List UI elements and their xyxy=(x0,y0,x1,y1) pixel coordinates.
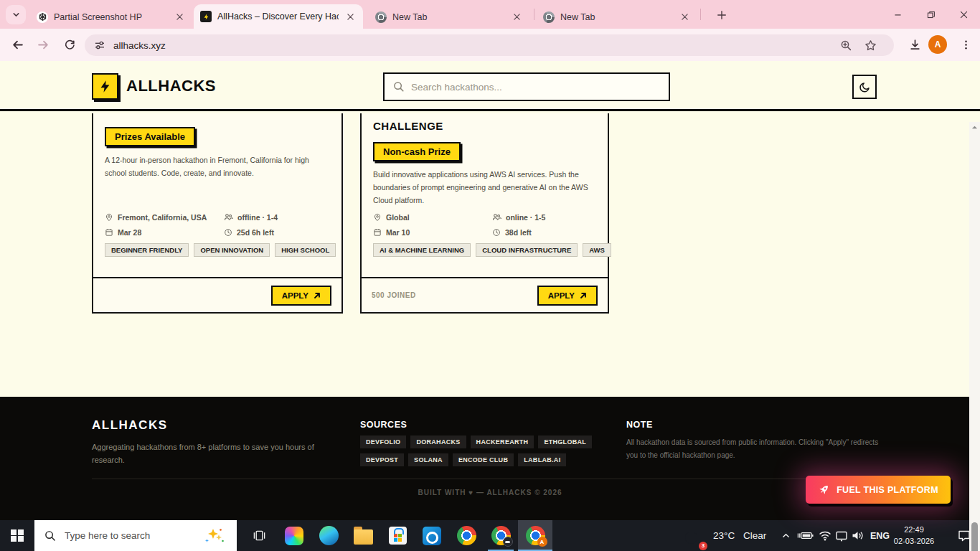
download-icon[interactable] xyxy=(905,34,925,55)
tab-new-tab-2[interactable]: New Tab xyxy=(537,5,697,29)
taskbar-file-explorer[interactable] xyxy=(346,520,380,551)
close-icon[interactable] xyxy=(344,11,357,23)
time-left-item: 38d left xyxy=(492,228,600,237)
tab-separator xyxy=(534,9,534,20)
chrome-icon xyxy=(491,526,511,545)
chrome-icon: A xyxy=(526,526,545,545)
close-icon[interactable] xyxy=(174,11,186,23)
site-brand: ALLHACKS xyxy=(126,77,216,95)
time-left-text: 25d 6h left xyxy=(237,228,274,237)
taskbar-chrome[interactable] xyxy=(449,520,484,551)
tab-new-tab-1[interactable]: New Tab xyxy=(369,5,529,29)
weather-temp[interactable]: 23°C xyxy=(713,520,735,551)
cast-monitor-icon[interactable] xyxy=(835,520,848,551)
apply-button[interactable]: APPLY xyxy=(537,286,598,306)
source-badge: DORAHACKS xyxy=(410,435,466,448)
tab-search-button[interactable] xyxy=(6,5,26,24)
apply-button[interactable]: APPLY xyxy=(271,286,331,306)
prize-badge: Prizes Available xyxy=(105,127,195,146)
moon-icon xyxy=(859,81,871,93)
search-input[interactable] xyxy=(411,82,660,93)
url-text: allhacks.xyz xyxy=(113,40,166,51)
tab-title: AllHacks – Discover Every Hack xyxy=(217,11,339,22)
date-item: Mar 10 xyxy=(373,228,492,237)
time-left-text: 38d left xyxy=(505,228,532,237)
temp-text: 23°C xyxy=(713,530,735,541)
allhacks-logo[interactable] xyxy=(92,73,118,100)
users-icon xyxy=(492,212,501,222)
outlook-icon xyxy=(423,527,441,545)
start-button[interactable] xyxy=(0,520,34,551)
site-info-icon[interactable] xyxy=(94,39,105,51)
rocket-icon xyxy=(818,484,830,496)
zoom-icon[interactable] xyxy=(840,39,852,52)
location-pin-icon xyxy=(105,213,113,222)
source-badge: ENCODE CLUB xyxy=(453,453,514,466)
bookmark-star-icon[interactable] xyxy=(864,39,877,52)
card-title: CHALLENGE xyxy=(373,120,443,132)
card-meta: Fremont, California, USA offline · 1-4 M… xyxy=(105,212,331,237)
close-window-button[interactable] xyxy=(947,0,980,29)
weather-badge: 3 xyxy=(699,542,707,550)
scroll-up-arrow[interactable] xyxy=(969,122,980,133)
page-scrollbar[interactable] xyxy=(969,122,980,551)
screen: Partial Screenshot HP AllHacks – Discove… xyxy=(0,0,980,551)
scrollbar-thumb[interactable] xyxy=(971,522,978,551)
date-text: Mar 28 xyxy=(118,228,141,237)
site-search-bar[interactable] xyxy=(383,72,670,101)
close-icon[interactable] xyxy=(679,11,691,23)
source-badge: SOLANA xyxy=(408,453,448,466)
card-tags: BEGINNER FRIENDLY OPEN INNOVATION HIGH S… xyxy=(105,243,336,257)
taskbar-chrome-incognito[interactable] xyxy=(484,520,518,551)
profile-avatar[interactable]: A xyxy=(928,35,947,54)
url-bar[interactable]: allhacks.xyz xyxy=(85,34,894,56)
tray-chevron-up-icon[interactable] xyxy=(781,520,791,551)
tab-title: New Tab xyxy=(560,12,673,22)
battery-icon[interactable] xyxy=(796,520,814,551)
taskbar-ms-store[interactable] xyxy=(380,520,415,551)
taskbar-outlook[interactable] xyxy=(415,520,449,551)
forward-button[interactable] xyxy=(33,34,54,55)
taskbar-search-input[interactable] xyxy=(65,530,179,541)
search-icon xyxy=(393,81,405,93)
language-indicator[interactable]: ENG xyxy=(870,520,890,551)
clock-icon xyxy=(224,228,232,237)
location-text: Fremont, California, USA xyxy=(118,213,207,222)
taskbar-edge[interactable] xyxy=(311,520,346,551)
taskbar-chrome-active[interactable]: A xyxy=(518,520,552,551)
location-pin-icon xyxy=(373,213,382,222)
weather-desc[interactable]: Clear xyxy=(743,520,766,551)
note-text: All hackathon data is sourced from publi… xyxy=(626,436,886,461)
chatgpt-icon xyxy=(37,11,48,23)
search-icon xyxy=(44,530,56,542)
dark-mode-toggle[interactable] xyxy=(852,75,877,99)
date-item: Mar 28 xyxy=(105,228,224,237)
close-icon[interactable] xyxy=(511,11,523,23)
card-tags: AI & MACHINE LEARNING CLOUD INFRASTRUCTU… xyxy=(373,243,611,257)
taskbar-copilot[interactable] xyxy=(277,520,311,551)
taskbar-search[interactable] xyxy=(34,520,237,551)
restore-button[interactable] xyxy=(914,0,947,29)
windows-logo-icon xyxy=(11,529,24,542)
back-button[interactable] xyxy=(7,34,28,55)
tab-allhacks[interactable]: AllHacks – Discover Every Hack xyxy=(194,4,363,29)
fuel-platform-button[interactable]: FUEL THIS PLATFORM xyxy=(806,476,951,504)
calendar-icon xyxy=(373,228,382,237)
new-tab-button[interactable] xyxy=(713,6,730,23)
webpage: ALLHACKS Prizes Available A 12-hour in-p… xyxy=(0,61,980,520)
store-icon xyxy=(389,527,407,545)
wifi-icon[interactable] xyxy=(819,520,831,551)
task-view-button[interactable] xyxy=(247,520,271,551)
chrome-icon xyxy=(543,11,555,23)
menu-kebab-icon[interactable] xyxy=(956,34,976,55)
reload-button[interactable] xyxy=(59,34,80,55)
source-badge: ETHGLOBAL xyxy=(538,435,592,448)
clock-widget[interactable]: 22:49 02-03-2026 xyxy=(890,520,938,551)
apply-label: APPLY xyxy=(282,291,308,300)
chrome-icon xyxy=(375,11,387,23)
tab-partial-screenshot[interactable]: Partial Screenshot HP xyxy=(30,5,192,29)
prize-badge: Non-cash Prize xyxy=(373,142,461,161)
speaker-icon[interactable] xyxy=(852,520,864,551)
language-text: ENG xyxy=(870,531,890,541)
minimize-button[interactable] xyxy=(881,0,914,29)
